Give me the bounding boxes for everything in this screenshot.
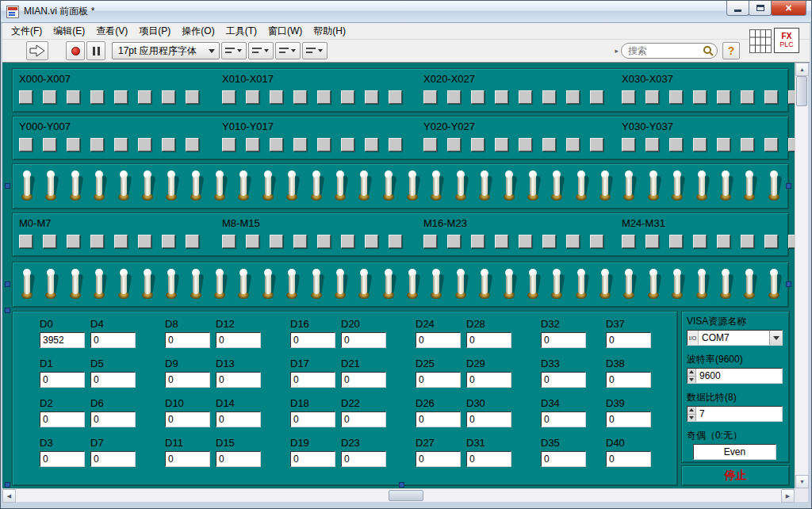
register-input-D15[interactable] [216,451,261,467]
menu-item[interactable]: 窗口(W) [262,23,308,40]
toggle-switch[interactable] [719,170,732,203]
run-button[interactable] [26,41,48,60]
menu-item[interactable]: 文件(F) [6,23,48,40]
toggle-switch[interactable] [575,268,588,301]
menu-item[interactable]: 操作(O) [176,23,220,40]
toggle-switch[interactable] [695,170,708,203]
register-input-D0[interactable] [40,332,85,348]
toggle-switch[interactable] [599,268,611,301]
selection-handle[interactable] [399,482,404,488]
toggle-switch[interactable] [478,268,491,301]
register-input-D1[interactable] [40,372,85,388]
toggle-switch[interactable] [695,268,708,301]
toggle-switch[interactable] [285,170,298,203]
toggle-switch[interactable] [117,170,130,203]
toggle-switch[interactable] [44,268,57,301]
toggle-switch[interactable] [237,170,250,203]
stop-button[interactable]: 停止 [681,465,790,486]
toggle-switch[interactable] [647,170,660,203]
toggle-switch[interactable] [575,170,588,203]
toggle-switch[interactable] [358,170,370,203]
register-input-D10[interactable] [165,411,210,427]
register-input-D23[interactable] [341,451,386,467]
register-input-D27[interactable] [416,451,461,467]
register-input-D12[interactable] [216,332,261,348]
resize-objects-dropdown[interactable] [275,42,301,59]
toggle-switch[interactable] [44,170,57,203]
toggle-switch[interactable] [527,268,539,301]
search-box[interactable] [621,43,718,59]
toggle-switch[interactable] [599,170,611,203]
selection-handle[interactable] [786,183,791,189]
toggle-switch[interactable] [406,170,419,203]
toggle-switch[interactable] [743,268,756,301]
visa-resource-combo[interactable]: I/O COM7 [687,330,783,346]
pause-button[interactable] [86,41,105,60]
toggle-switch[interactable] [430,170,442,203]
selection-handle[interactable] [786,281,791,287]
toggle-switch[interactable] [190,170,202,203]
font-selector[interactable]: 17pt 应用程序字体 [112,42,220,59]
toggle-switch[interactable] [743,170,756,203]
register-input-D22[interactable] [341,411,386,427]
menu-item[interactable]: 帮助(H) [308,23,351,40]
register-input-D13[interactable] [216,372,261,388]
selection-handle[interactable] [5,482,10,488]
register-input-D34[interactable] [541,411,586,427]
scroll-up-arrow[interactable]: ▲ [795,63,809,76]
toggle-switch[interactable] [622,170,635,203]
vertical-scrollbar[interactable]: ▲ ▼ [795,63,808,488]
combo-dropdown-button[interactable] [769,331,782,345]
register-input-D8[interactable] [165,332,210,348]
toggle-switch[interactable] [406,268,419,301]
toggle-switch[interactable] [165,170,178,203]
toggle-switch[interactable] [334,268,347,301]
register-input-D16[interactable] [290,332,335,348]
toggle-switch[interactable] [768,268,780,301]
toggle-switch[interactable] [671,268,684,301]
toggle-switch[interactable] [622,268,635,301]
toggle-switch[interactable] [69,170,82,203]
register-input-D6[interactable] [90,411,136,427]
register-input-D37[interactable] [606,332,651,348]
register-input-D40[interactable] [606,451,651,467]
distribute-objects-dropdown[interactable] [248,42,274,59]
parity-selector[interactable]: Even [693,444,776,460]
toggle-switch[interactable] [237,268,250,301]
selection-handle[interactable] [5,308,10,313]
toggle-switch[interactable] [454,268,467,301]
register-input-D28[interactable] [466,332,511,348]
register-input-D30[interactable] [466,411,511,427]
toggle-switch[interactable] [382,170,395,203]
register-input-D21[interactable] [341,372,386,388]
register-input-D9[interactable] [165,372,210,388]
baud-spinner[interactable] [688,369,696,383]
horizontal-scroll-thumb[interactable] [389,490,423,501]
toggle-switch[interactable] [430,268,442,301]
register-input-D5[interactable] [90,372,136,388]
register-input-D29[interactable] [466,372,511,388]
menu-item[interactable]: 工具(T) [220,23,262,40]
toggle-switch[interactable] [719,268,732,301]
register-input-D35[interactable] [541,451,586,467]
register-input-D25[interactable] [416,372,461,388]
search-expand-icon[interactable]: ▸ [615,47,619,55]
selection-handle[interactable] [5,183,10,189]
reorder-dropdown[interactable] [302,42,327,59]
data-bits-spinner[interactable] [688,407,696,421]
minimize-button[interactable] [726,1,749,16]
toggle-switch[interactable] [141,268,154,301]
toggle-switch[interactable] [671,170,684,203]
toggle-switch[interactable] [141,170,154,203]
align-objects-dropdown[interactable] [221,42,247,59]
toggle-switch[interactable] [334,170,347,203]
toggle-switch[interactable] [21,268,33,301]
toggle-switch[interactable] [93,268,105,301]
vi-icon[interactable]: FX PLC [774,28,799,53]
toggle-switch[interactable] [262,170,274,203]
toggle-switch[interactable] [165,268,178,301]
scroll-right-arrow[interactable]: ▶ [781,489,795,503]
register-input-D4[interactable] [90,332,136,348]
toggle-switch[interactable] [190,268,202,301]
register-input-D33[interactable] [541,372,586,388]
